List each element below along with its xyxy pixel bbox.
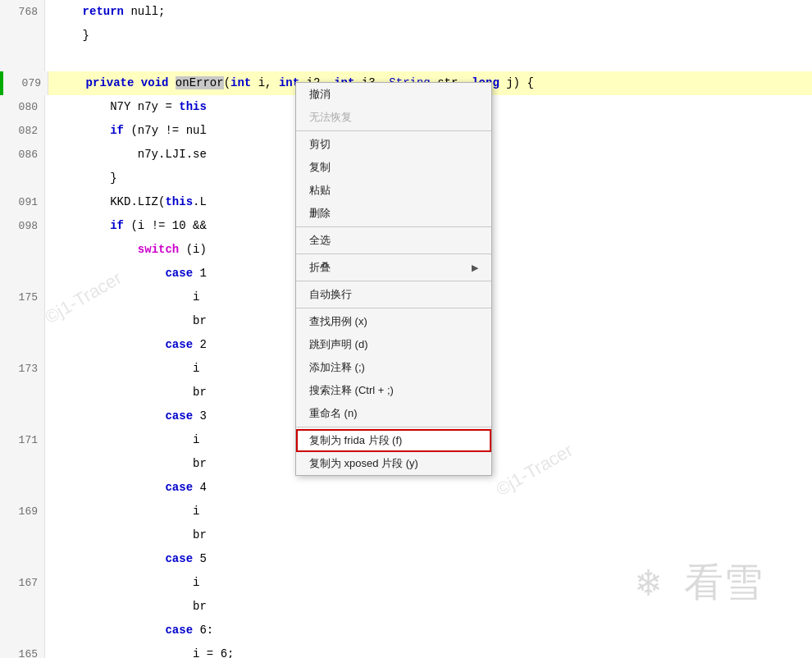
menu-separator-2 xyxy=(296,226,491,227)
menu-item-redo: 无法恢复 xyxy=(296,106,491,129)
code-line-169: 169 i xyxy=(0,500,812,523)
code-text: i xyxy=(45,571,812,595)
menu-separator-1 xyxy=(296,130,491,131)
menu-item-label: 自动换行 xyxy=(309,287,352,302)
menu-item-label: 复制 xyxy=(309,160,331,175)
code-text: case 4 xyxy=(45,476,812,500)
code-line-case6: case 6: xyxy=(0,619,812,642)
menu-item-label: 删除 xyxy=(309,206,331,221)
code-text: case 6: xyxy=(45,619,812,642)
line-number: 165 xyxy=(0,642,45,658)
line-number xyxy=(0,167,45,190)
code-text: case 5 xyxy=(45,547,812,571)
menu-item-label: 折叠 xyxy=(309,260,331,275)
line-number: 091 xyxy=(0,190,45,214)
code-line-case4: case 4 xyxy=(0,476,812,500)
line-number xyxy=(0,262,45,286)
menu-item-goto-declaration[interactable]: 跳到声明 (d) xyxy=(296,333,491,356)
code-line-blank xyxy=(0,48,812,71)
line-number xyxy=(0,476,45,500)
menu-separator-4 xyxy=(296,281,491,281)
code-text: i xyxy=(45,500,812,523)
line-number: 169 xyxy=(0,500,45,523)
line-number: 167 xyxy=(0,571,45,595)
line-number: 171 xyxy=(0,428,45,452)
line-number: 082 xyxy=(0,119,45,143)
code-text: i = 6; xyxy=(45,642,812,658)
line-number xyxy=(0,452,45,476)
line-number xyxy=(0,547,45,571)
menu-item-word-wrap[interactable]: 自动换行 xyxy=(296,283,491,306)
menu-item-label: 撤消 xyxy=(309,87,331,102)
line-number: 175 xyxy=(0,286,45,309)
menu-item-rename[interactable]: 重命名 (n) xyxy=(296,402,491,425)
menu-item-fold[interactable]: 折叠 ▶ xyxy=(296,256,491,279)
menu-item-label: 无法恢复 xyxy=(309,110,352,125)
code-line-br4: br xyxy=(0,523,812,547)
menu-item-label: 剪切 xyxy=(309,137,331,152)
line-number xyxy=(0,309,45,333)
menu-item-copy[interactable]: 复制 xyxy=(296,156,491,179)
line-number xyxy=(0,333,45,357)
submenu-arrow-icon: ▶ xyxy=(472,263,478,273)
line-number: 086 xyxy=(0,143,45,167)
menu-item-undo[interactable]: 撤消 xyxy=(296,83,491,106)
code-text xyxy=(45,48,812,71)
menu-separator-3 xyxy=(296,254,491,254)
menu-item-cut[interactable]: 剪切 xyxy=(296,133,491,156)
context-menu: 撤消 无法恢复 剪切 复制 粘贴 删除 全选 折叠 ▶ 自动换行 xyxy=(295,82,492,476)
code-text: return null; xyxy=(45,0,812,24)
menu-item-label: 重命名 (n) xyxy=(309,406,358,421)
menu-item-label: 粘贴 xyxy=(309,183,331,198)
menu-item-label: 全选 xyxy=(309,233,331,248)
code-line-close1: } xyxy=(0,24,812,48)
code-line-768: 768 return null; xyxy=(0,0,812,24)
menu-item-label: 查找用例 (x) xyxy=(309,314,367,329)
code-line-br5: br xyxy=(0,595,812,619)
menu-item-paste[interactable]: 粘贴 xyxy=(296,179,491,202)
menu-item-find-usage[interactable]: 查找用例 (x) xyxy=(296,310,491,333)
line-number xyxy=(0,404,45,428)
menu-item-copy-xposed[interactable]: 复制为 xposed 片段 (y) xyxy=(296,452,491,475)
line-number xyxy=(0,48,45,71)
menu-item-add-comment[interactable]: 添加注释 (;) xyxy=(296,356,491,379)
menu-item-label: 搜索注释 (Ctrl + ;) xyxy=(309,383,394,398)
line-number: 080 xyxy=(0,95,45,119)
menu-item-search-comment[interactable]: 搜索注释 (Ctrl + ;) xyxy=(296,379,491,402)
line-number: 173 xyxy=(0,357,45,381)
line-number: 079 xyxy=(3,71,48,95)
menu-item-label: 复制为 frida 片段 (f) xyxy=(309,433,402,448)
menu-item-label: 添加注释 (;) xyxy=(309,360,365,375)
code-editor: 768 return null; } 079 private void onEr… xyxy=(0,0,812,658)
line-number xyxy=(0,523,45,547)
code-text: br xyxy=(45,523,812,547)
menu-separator-5 xyxy=(296,308,491,308)
menu-item-label: 复制为 xposed 片段 (y) xyxy=(309,456,418,471)
code-line-case5: case 5 xyxy=(0,547,812,571)
line-number xyxy=(0,595,45,619)
code-line-167: 167 i xyxy=(0,571,812,595)
code-text: br xyxy=(45,595,812,619)
line-number xyxy=(0,619,45,642)
menu-item-copy-frida[interactable]: 复制为 frida 片段 (f) xyxy=(296,429,491,452)
line-number xyxy=(0,238,45,262)
code-text: } xyxy=(45,24,812,48)
menu-item-label: 跳到声明 (d) xyxy=(309,337,368,352)
menu-item-select-all[interactable]: 全选 xyxy=(296,229,491,252)
menu-separator-6 xyxy=(296,427,491,427)
menu-item-delete[interactable]: 删除 xyxy=(296,202,491,225)
line-number: 768 xyxy=(0,0,45,24)
line-number xyxy=(0,24,45,48)
code-line-165: 165 i = 6; xyxy=(0,642,812,658)
line-number: 098 xyxy=(0,214,45,238)
line-number xyxy=(0,381,45,404)
